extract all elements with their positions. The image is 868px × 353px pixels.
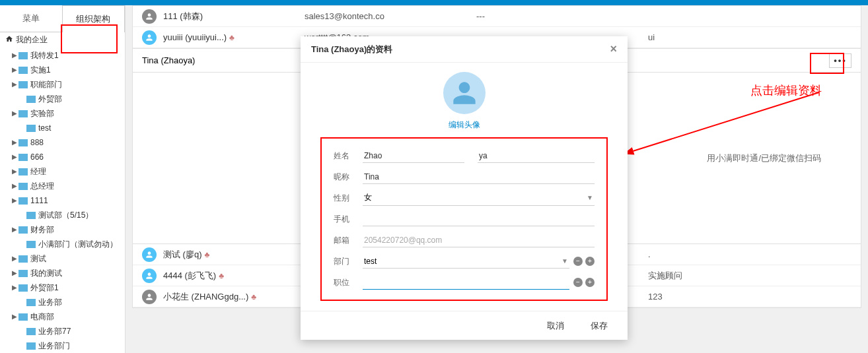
avatar-icon: [142, 30, 157, 45]
tree-item[interactable]: ▶888: [0, 135, 125, 150]
folder-icon: [18, 284, 28, 292]
profile-modal: Tina (Zhaoya)的资料 × 编辑头像 姓名 昵称 性别 女: [301, 36, 628, 340]
tree-item-label: 财务部: [30, 224, 54, 236]
folder-icon: [26, 328, 36, 335]
tree-item-label: 888: [30, 137, 44, 148]
dept-add-button[interactable]: +: [585, 257, 595, 266]
row-col3: ---: [476, 11, 648, 21]
tree-item[interactable]: ▶外贸部1: [0, 280, 125, 295]
save-button[interactable]: 保存: [591, 320, 608, 332]
dept-select[interactable]: test ▼: [363, 255, 569, 269]
folder-icon: [26, 241, 36, 248]
folder-icon: [26, 96, 36, 103]
row-name: 小花生 (ZHANGgdg...): [163, 291, 248, 303]
tree-item-label: 外贸部: [38, 93, 62, 105]
dept-remove-button[interactable]: −: [573, 257, 583, 266]
position-input[interactable]: [363, 276, 569, 290]
person-icon: ♣: [251, 292, 256, 302]
tree-item-label: 电商部: [30, 311, 54, 323]
chevron-down-icon: ▼: [561, 257, 568, 265]
tree-item-label: 职能部门: [30, 79, 62, 90]
tree-item[interactable]: ▶职能部门: [0, 77, 125, 92]
email-input[interactable]: [363, 234, 595, 247]
table-row[interactable]: 111 (韩森)sales13@kontech.co---: [133, 6, 861, 27]
tree-item[interactable]: 测试部（5/15）: [0, 208, 125, 222]
tree-arrow-icon: ▶: [12, 282, 18, 294]
label-gender: 性别: [334, 193, 363, 204]
row-name: 111 (韩森): [163, 11, 203, 22]
tab-menu[interactable]: 菜单: [0, 5, 62, 32]
tree-arrow-icon: ▶: [12, 108, 18, 119]
row-name: 测试 (廖q): [163, 249, 202, 261]
tree-item[interactable]: ▶我特发1: [0, 48, 125, 63]
tree-item[interactable]: 业务部77: [0, 324, 125, 338]
cancel-button[interactable]: 取消: [547, 320, 564, 332]
tree-item-label: 业务部: [38, 296, 62, 308]
modal-title: Tina (Zhaoya)的资料: [311, 44, 392, 55]
tree-item[interactable]: ▶666: [0, 150, 125, 164]
tree-arrow-icon: ▶: [12, 311, 18, 323]
folder-icon: [18, 313, 28, 321]
edit-avatar-link[interactable]: 编辑头像: [320, 119, 608, 131]
folder-icon: [26, 212, 36, 219]
modal-footer: 取消 保存: [301, 311, 628, 340]
avatar-icon: [142, 290, 157, 304]
tree-item[interactable]: ▶实施1: [0, 63, 125, 77]
tree-item-label: 经理: [30, 166, 46, 177]
tree-item-label: 实施1: [30, 64, 51, 76]
avatar-icon: [142, 9, 157, 24]
tree-item[interactable]: 小满部门（测试勿动）: [0, 237, 125, 251]
row-col4: 123: [648, 292, 861, 302]
form-annotation-box: 姓名 昵称 性别 女 ▼ 手机 邮箱: [320, 137, 608, 301]
folder-icon: [18, 154, 28, 161]
tree-item[interactable]: ▶财务部: [0, 222, 125, 237]
tree-root-label: 我的企业: [16, 34, 48, 46]
tree-item-label: 1111: [30, 195, 48, 207]
tree-item[interactable]: test: [0, 121, 125, 135]
tree-arrow-icon: ▶: [12, 180, 18, 192]
scan-hint: 用小满即时通/已绑定微信扫码: [707, 152, 821, 164]
folder-icon: [26, 342, 36, 350]
folder-icon: [18, 81, 28, 88]
folder-icon: [18, 255, 28, 263]
tree-item[interactable]: ▶电商部: [0, 309, 125, 324]
tree-arrow-icon: ▶: [12, 253, 18, 265]
person-icon: ♣: [219, 271, 224, 280]
tree-item-label: 测试: [30, 253, 46, 265]
tree-item[interactable]: 外贸部: [0, 92, 125, 106]
tree-arrow-icon: ▶: [12, 224, 18, 236]
tree-item[interactable]: 业务部门: [0, 338, 125, 353]
last-name-input[interactable]: [478, 149, 595, 163]
tree-item[interactable]: ▶1111: [0, 193, 125, 208]
left-panel: 菜单 组织架构 我的企业 ▶我特发1▶实施1▶职能部门外贸部▶实验部test▶8…: [0, 5, 126, 353]
selected-user-name: Tina (Zhaoya): [142, 55, 195, 65]
label-position: 职位: [334, 277, 363, 288]
folder-icon: [18, 168, 28, 176]
folder-icon: [18, 197, 28, 205]
tree-item[interactable]: ▶测试: [0, 251, 125, 266]
row-col4: .: [648, 249, 861, 259]
row-email: sales13@kontech.co: [305, 11, 476, 21]
tree-arrow-icon: ▶: [12, 49, 18, 61]
folder-icon: [18, 67, 28, 74]
folder-icon: [26, 125, 36, 132]
tab-org[interactable]: 组织架构: [62, 5, 126, 32]
first-name-input[interactable]: [363, 149, 464, 163]
tree-item[interactable]: 业务部: [0, 295, 125, 309]
tree-item[interactable]: ▶我的测试: [0, 266, 125, 280]
tree-root[interactable]: 我的企业: [0, 32, 125, 48]
tree-item[interactable]: ▶经理: [0, 164, 125, 179]
folder-icon: [18, 139, 28, 146]
person-icon: ♣: [229, 33, 235, 42]
chevron-down-icon: ▼: [587, 194, 593, 201]
position-remove-button[interactable]: −: [573, 278, 583, 287]
tree-item-label: 总经理: [30, 180, 54, 192]
close-icon[interactable]: ×: [610, 42, 617, 56]
tree-item[interactable]: ▶总经理: [0, 179, 125, 193]
mobile-input[interactable]: [363, 212, 595, 226]
gender-select[interactable]: 女 ▼: [363, 190, 595, 206]
nickname-input[interactable]: [363, 170, 595, 184]
more-actions-button[interactable]: •••: [829, 53, 851, 68]
position-add-button[interactable]: +: [585, 278, 595, 287]
tree-item[interactable]: ▶实验部: [0, 106, 125, 121]
